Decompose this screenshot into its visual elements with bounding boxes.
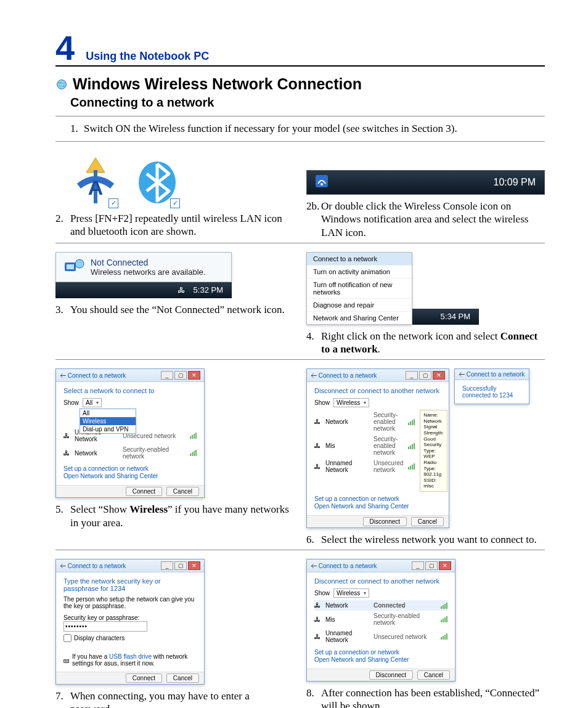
check-icon: ✓ [170,198,180,208]
network-row: 🖧Unnamed NetworkUnsecured network [314,458,415,475]
show-dropdown[interactable]: Wireless [333,398,369,407]
cancel-button[interactable]: Cancel [417,670,450,680]
menu-diag[interactable]: Diagnose and repair [307,299,412,312]
check-icon: ✓ [108,198,118,208]
menu-anim[interactable]: Turn on activity animation [307,266,412,279]
step-3: 3.You should see the “Not Connected” net… [55,303,294,316]
network-row: 🖧MisSecurity-enabled network [314,434,415,458]
taskbar-time: 10:09 PM [494,177,536,188]
section-heading: Windows Wireless Network Connection [73,75,362,93]
step-8: 8.After connection has been established,… [306,686,545,708]
show-dropdown[interactable]: All [83,398,102,407]
chapter-number: 4 [55,31,75,65]
network-tooltip: Name: Network Signal Strength: Good Secu… [420,410,447,492]
svg-text:A: A [88,176,104,199]
cancel-button[interactable]: Cancel [166,487,199,496]
chapter-header: 4 Using the Notebook PC [55,31,545,67]
step-4: 4.Right click on the network icon and se… [306,330,545,356]
not-connected-popup: Not Connected Wireless networks are avai… [55,252,232,298]
step-7: 7.When connecting, you may have to enter… [55,690,294,708]
success-window: 🡠 Connect to a network Successfully conn… [454,368,529,404]
connect-button[interactable]: Connect [126,487,162,496]
usb-icon: 🖴 [63,657,70,664]
network-tray-icon: 🖧 [178,286,185,295]
cancel-button[interactable]: Cancel [411,517,444,526]
chapter-title: Using the Notebook PC [86,50,209,63]
step-6: 6.Select the wireless network you want t… [306,533,545,546]
taskbar-screenshot: 10:09 PM [306,170,545,195]
connected-window: 🡠 Connect to a network _▢✕ Disconnect or… [306,559,455,682]
disconnect-button[interactable]: Disconnect [369,670,413,680]
passphrase-input[interactable]: •••••••• [63,621,147,632]
menu-notif[interactable]: Turn off notification of new networks [307,279,412,299]
menu-center[interactable]: Network and Sharing Center [307,312,412,324]
pc-network-icon [63,258,84,276]
wireless-console-icon [316,175,328,190]
svg-point-5 [321,183,323,185]
taskbar-time: 5:32 PM [194,285,223,295]
network-row: 🖧NetworkConnected [314,600,447,611]
connect-button[interactable]: Connect [126,673,162,683]
svg-rect-7 [67,264,74,269]
network-row: 🖧NetworkSecurity-enabled network [63,444,197,462]
section-subheading: Connecting to a network [70,96,545,110]
wireless-bluetooth-icons: A ✓ ✓ [55,150,294,207]
globe-icon [55,78,68,91]
cancel-button[interactable]: Cancel [166,673,199,683]
show-dropdown[interactable]: Wireless [333,588,369,598]
bluetooth-icon: ✓ [136,154,179,207]
wifi-icon: A ✓ [74,154,117,207]
network-row: 🖧MisSecurity-enabled network [314,611,447,628]
display-chars-checkbox[interactable]: Display characters [63,634,197,642]
network-row: 🖧NetworkSecurity-enabled network [314,410,415,434]
step-5: 5.Select “Show Wireless” if you have man… [55,503,294,529]
context-menu-screenshot: Connect to a network Turn on activity an… [306,252,545,325]
taskbar-time: 5:34 PM [441,312,470,321]
show-dropdown-list[interactable]: All Wireless Dial-up and VPN [80,409,136,434]
passphrase-window: 🡠 Connect to a network _▢✕ Type the netw… [55,559,205,685]
svg-point-0 [57,79,67,89]
connect-window-6: 🡠 Connect to a network _▢✕ Disconnect or… [306,368,449,528]
disconnect-button[interactable]: Disconnect [363,517,407,526]
network-row: 🖧Unnamed NetworkUnsecured network [314,628,447,645]
menu-connect[interactable]: Connect to a network [307,253,412,266]
step-1: 1.Switch ON the Wireless function if nec… [55,120,545,137]
connect-window-5: 🡠 Connect to a network _▢✕ Select a netw… [55,368,205,498]
step-2: 2.Press [FN+F2] repeatedly until wireles… [55,212,294,238]
step-2b: 2b.Or double click the Wireless Console … [306,200,545,239]
svg-point-8 [75,259,84,268]
